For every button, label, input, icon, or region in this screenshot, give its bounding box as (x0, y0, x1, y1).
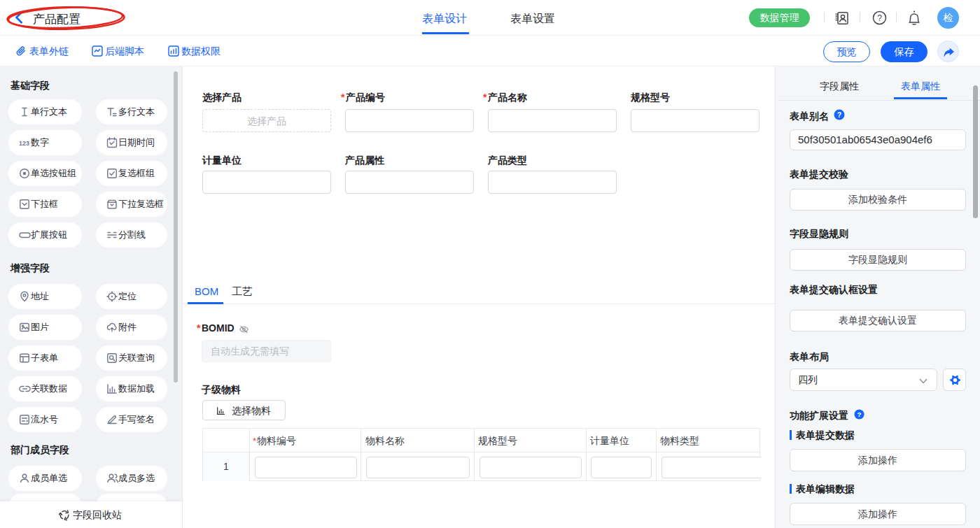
svg-text:?: ? (857, 411, 861, 418)
svg-text:?: ? (837, 110, 841, 119)
svg-text:123: 123 (19, 140, 29, 147)
svg-text:?: ? (877, 13, 882, 23)
